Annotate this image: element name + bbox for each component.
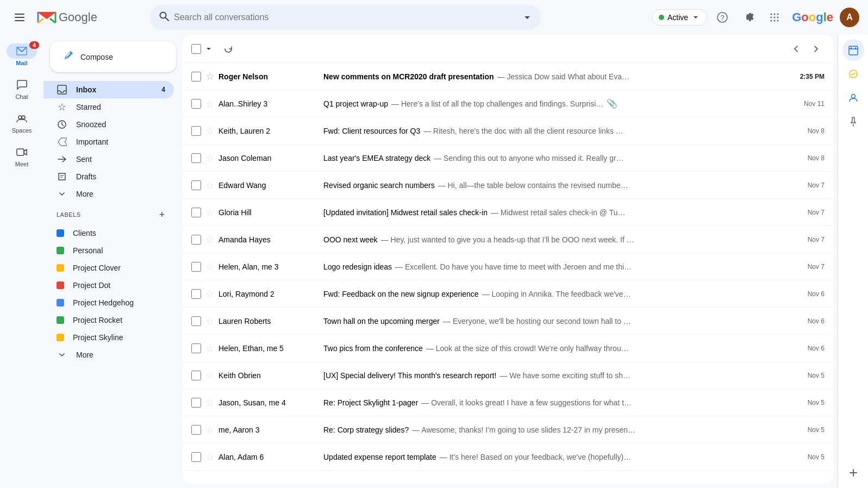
email-checkbox[interactable] — [191, 343, 201, 353]
email-row[interactable]: ☆ Alan..Shirley 3 Q1 project wrap-up — H… — [183, 90, 833, 117]
email-star-8[interactable]: ☆ — [205, 288, 214, 300]
email-subject-preview-0: New comments on MCR2020 draft presentati… — [323, 72, 791, 81]
email-row[interactable]: ☆ Keith Obrien [UX] Special delivery! Th… — [183, 362, 833, 389]
email-row[interactable]: ☆ Lauren Roberts Town hall on the upcomi… — [183, 308, 833, 335]
settings-button[interactable] — [738, 7, 759, 28]
select-dropdown-button[interactable] — [202, 40, 215, 58]
email-checkbox[interactable] — [191, 72, 201, 82]
email-time-10: Nov 6 — [808, 345, 825, 352]
email-star-3[interactable]: ☆ — [205, 152, 214, 164]
mail-nav-label: Mail — [16, 60, 27, 66]
compose-button[interactable]: Compose — [50, 41, 176, 72]
right-panel-keep-button[interactable] — [842, 111, 864, 133]
email-checkbox[interactable] — [191, 371, 201, 380]
email-checkbox[interactable] — [191, 180, 201, 190]
refresh-button[interactable] — [220, 40, 237, 58]
search-dropdown-button[interactable] — [522, 12, 533, 23]
chat-icon-bg — [7, 77, 37, 92]
label-project-hedgehog[interactable]: Project Hedgehog — [43, 294, 174, 311]
inbox-badge: 4 — [161, 86, 165, 93]
email-row[interactable]: ☆ Helen, Alan, me 3 Logo redesign ideas … — [183, 253, 833, 280]
add-label-button[interactable]: + — [154, 207, 170, 222]
label-project-skyline[interactable]: Project Skyline — [43, 329, 174, 346]
email-checkbox[interactable] — [191, 208, 201, 217]
nav-item-drafts[interactable]: Drafts — [43, 168, 174, 185]
email-row[interactable]: ☆ Helen, Ethan, me 5 Two pics from the c… — [183, 335, 833, 362]
email-star-4[interactable]: ☆ — [205, 179, 214, 191]
email-time-8: Nov 6 — [808, 290, 825, 298]
email-preview-6: — Hey, just wanted to give you a heads-u… — [381, 235, 634, 244]
email-row[interactable]: ☆ Gloria Hill [Updated invitation] Midwe… — [183, 199, 833, 226]
email-checkbox[interactable] — [191, 235, 201, 245]
label-name-project-clover: Project Clover — [73, 264, 121, 272]
email-row[interactable]: ☆ me, Aaron 3 Re: Corp strategy slides? … — [183, 416, 833, 443]
help-button[interactable]: ? — [711, 7, 733, 28]
right-panel-contacts-button[interactable] — [842, 87, 864, 109]
email-preview-5: — Midwest retail sales check-in @ Tu… — [491, 208, 626, 217]
select-all-checkbox[interactable] — [191, 44, 201, 54]
email-subject-3: Last year's EMEA strategy deck — [323, 154, 430, 162]
sidebar-item-mail[interactable]: 4 Mail — [2, 39, 41, 71]
email-star-13[interactable]: ☆ — [205, 424, 214, 436]
nav-item-more[interactable]: More — [43, 185, 174, 203]
email-row[interactable]: ☆ Roger Nelson New comments on MCR2020 d… — [183, 63, 833, 90]
email-star-12[interactable]: ☆ — [205, 397, 214, 409]
svg-point-12 — [777, 17, 779, 18]
apps-button[interactable] — [764, 7, 785, 28]
sidebar-item-meet[interactable]: Meet — [2, 140, 41, 172]
email-checkbox[interactable] — [191, 398, 201, 408]
label-more[interactable]: More — [43, 346, 174, 364]
email-star-6[interactable]: ☆ — [205, 234, 214, 246]
email-star-5[interactable]: ☆ — [205, 207, 214, 218]
right-panel-add-button[interactable] — [842, 462, 864, 484]
email-checkbox[interactable] — [191, 316, 201, 326]
email-star-0[interactable]: ☆ — [205, 71, 214, 83]
hamburger-menu-button[interactable] — [9, 7, 30, 28]
email-star-9[interactable]: ☆ — [205, 315, 214, 327]
email-star-2[interactable]: ☆ — [205, 125, 214, 137]
prev-page-button[interactable] — [788, 40, 805, 58]
label-project-dot[interactable]: Project Dot — [43, 277, 174, 294]
email-star-14[interactable]: ☆ — [205, 451, 214, 463]
email-row[interactable]: ☆ Jason Coleman Last year's EMEA strateg… — [183, 145, 833, 172]
next-page-button[interactable] — [807, 40, 825, 58]
email-checkbox[interactable] — [191, 262, 201, 272]
email-star-10[interactable]: ☆ — [205, 342, 214, 354]
email-row[interactable]: ☆ Amanda Hayes OOO next week — Hey, just… — [183, 226, 833, 253]
right-panel-calendar-button[interactable] — [842, 39, 864, 61]
email-checkbox[interactable] — [191, 425, 201, 435]
email-star-7[interactable]: ☆ — [205, 261, 214, 273]
nav-item-inbox[interactable]: Inbox 4 — [43, 81, 174, 98]
email-time-13: Nov 5 — [808, 426, 825, 434]
email-checkbox[interactable] — [191, 289, 201, 299]
label-clients[interactable]: Clients — [43, 224, 174, 242]
nav-item-snoozed[interactable]: Snoozed — [43, 116, 174, 133]
email-star-11[interactable]: ☆ — [205, 370, 214, 381]
email-row[interactable]: ☆ Lori, Raymond 2 Fwd: Feedback on the n… — [183, 280, 833, 308]
email-row[interactable]: ☆ Jason, Susan, me 4 Re: Project Skyligh… — [183, 389, 833, 416]
nav-item-starred[interactable]: ☆ Starred — [43, 98, 174, 116]
email-row[interactable]: ☆ Edward Wang Revised organic search num… — [183, 172, 833, 199]
sidebar-item-spaces[interactable]: Spaces — [2, 107, 41, 138]
nav-item-important[interactable]: Important — [43, 133, 174, 151]
active-dot — [659, 15, 664, 20]
email-row[interactable]: ☆ Keith, Lauren 2 Fwd: Client resources … — [183, 117, 833, 145]
svg-point-14 — [774, 20, 776, 22]
nav-item-sent[interactable]: Sent — [43, 151, 174, 168]
label-personal[interactable]: Personal — [43, 242, 174, 259]
email-star-1[interactable]: ☆ — [205, 98, 214, 110]
user-avatar[interactable]: A — [840, 8, 859, 27]
email-checkbox[interactable] — [191, 99, 201, 109]
email-checkbox[interactable] — [191, 126, 201, 136]
email-checkbox[interactable] — [191, 153, 201, 163]
sidebar-item-chat[interactable]: Chat — [2, 73, 41, 104]
active-status-button[interactable]: Active — [652, 9, 707, 26]
email-subject-5: [Updated invitation] Midwest retail sale… — [323, 208, 488, 217]
right-panel-tasks-button[interactable] — [842, 63, 864, 85]
email-row[interactable]: ☆ Alan, Adam 6 Updated expense report te… — [183, 443, 833, 471]
meet-icon-bg — [7, 145, 37, 160]
email-checkbox[interactable] — [191, 452, 201, 462]
label-project-clover[interactable]: Project Clover — [43, 259, 174, 277]
label-project-rocket[interactable]: Project Rocket — [43, 311, 174, 329]
search-input[interactable] — [174, 12, 517, 22]
